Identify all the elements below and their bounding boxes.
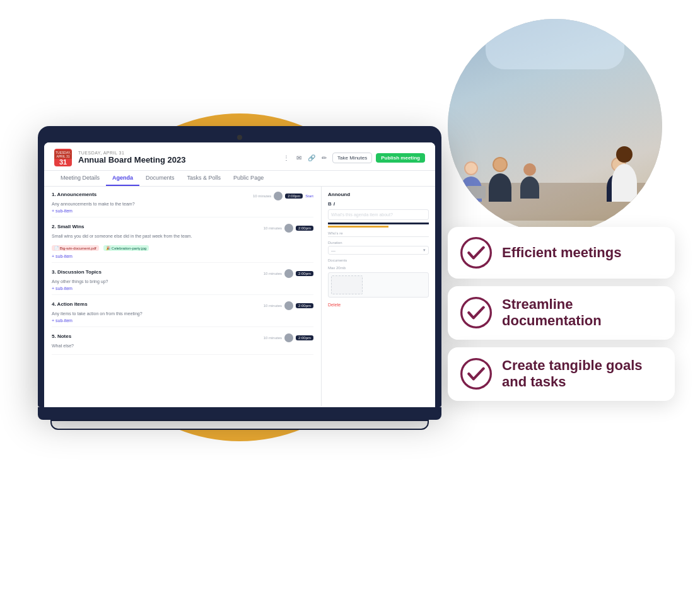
documents-box[interactable] xyxy=(328,272,429,298)
agenda-item-title: 1. Announcements xyxy=(52,192,96,197)
tab-tasks-polls[interactable]: Tasks & Polls xyxy=(181,171,228,186)
more-options-icon[interactable]: ⋮ xyxy=(282,153,291,162)
laptop-mockup: TUESDAY, APRIL 31 31 TUESDAY, APRIL 31 A… xyxy=(38,126,441,430)
avatar xyxy=(274,192,283,200)
check-icon-efficient xyxy=(460,237,492,269)
svg-point-0 xyxy=(462,238,491,268)
agenda-item-title: 5. Notes xyxy=(52,333,71,339)
start-label: Start xyxy=(305,194,313,198)
check-icon-goals xyxy=(460,358,492,390)
bold-button[interactable]: B xyxy=(328,201,332,207)
agenda-item-desc: What else? xyxy=(52,344,313,348)
time-badge: 2:00pm xyxy=(285,194,303,199)
webcam xyxy=(237,135,242,140)
meeting-date: TUESDAY, APRIL 31 xyxy=(78,151,185,155)
tab-meeting-details[interactable]: Meeting Details xyxy=(54,171,106,186)
time-badge: 2:00pm xyxy=(296,303,313,308)
field-label-responsible: Who's re xyxy=(328,231,429,235)
feature-card-create-tangible-goals: Create tangible goals and tasks xyxy=(448,347,675,401)
gold-accent-bar xyxy=(328,226,388,228)
agenda-item-desc: Any other things to bring up? xyxy=(52,279,313,284)
tab-agenda[interactable]: Agenda xyxy=(106,171,139,186)
sub-item-add[interactable]: + sub-item xyxy=(52,286,313,291)
agenda-item-duration: 10 minutes xyxy=(264,272,282,275)
agenda-item-duration: 10 minutes xyxy=(264,304,282,308)
meeting-title: Annual Board Meeting 2023 xyxy=(78,155,185,165)
tab-public-page[interactable]: Public Page xyxy=(227,171,270,186)
tab-documents[interactable]: Documents xyxy=(139,171,181,186)
field-label-duration: Duration xyxy=(328,241,429,245)
check-icon-streamline xyxy=(460,297,492,328)
take-minutes-button[interactable]: Take Minutes xyxy=(332,153,372,163)
duration-value: — xyxy=(331,248,335,253)
agenda-item-title: 2. Small Wins xyxy=(52,224,85,229)
app-content: 1. Announcements 10 minutes 2:00pm Start… xyxy=(44,187,435,406)
time-badge: 2:00pm xyxy=(296,335,313,340)
laptop-stand xyxy=(38,407,441,420)
field-label-documents: Documents xyxy=(328,258,429,262)
feature-card-efficient-meetings: Efficient meetings xyxy=(448,227,675,279)
app-header: TUESDAY, APRIL 31 31 TUESDAY, APRIL 31 A… xyxy=(44,142,435,171)
agenda-item: 1. Announcements 10 minutes 2:00pm Start… xyxy=(52,192,313,217)
agenda-item-duration: 10 minutes xyxy=(253,194,271,198)
feature-card-text: Create tangible goals and tasks xyxy=(502,357,662,391)
attachment[interactable]: 📄 Big-win-document.pdf xyxy=(52,245,99,251)
sub-item-add[interactable]: + sub-item xyxy=(52,209,313,213)
svg-point-2 xyxy=(462,359,491,389)
attachment[interactable]: 🎉 Celebration-party.jpg xyxy=(103,245,149,251)
agenda-item-title: 4. Action Items xyxy=(52,301,88,307)
agenda-item-desc: Small wins you did or someone else did i… xyxy=(52,234,313,238)
delete-link[interactable]: Delete xyxy=(328,303,429,307)
agenda-list: 1. Announcements 10 minutes 2:00pm Start… xyxy=(44,187,322,406)
svg-point-1 xyxy=(462,298,491,328)
description-input[interactable]: What's this agenda item about? xyxy=(328,209,429,220)
sub-item-add[interactable]: + sub-item xyxy=(52,318,313,323)
italic-button[interactable]: I xyxy=(334,201,335,207)
standing-person xyxy=(612,146,637,202)
time-badge: 2:00pm xyxy=(296,271,313,276)
agenda-item: 3. Discussion Topics 10 minutes 2:00pm A… xyxy=(52,269,313,295)
meeting-photo-circle xyxy=(448,19,662,233)
agenda-item-duration: 10 minutes xyxy=(264,336,282,340)
feature-card-text: Streamline documentation xyxy=(502,296,662,330)
app-screen: TUESDAY, APRIL 31 31 TUESDAY, APRIL 31 A… xyxy=(44,142,435,407)
agenda-item-desc: Any items to take action on from this me… xyxy=(52,311,313,316)
field-label-max-size: Max 20mb xyxy=(328,266,429,270)
agenda-item: 2. Small Wins 10 minutes 2:00pm Small wi… xyxy=(52,224,313,263)
calendar-icon: TUESDAY, APRIL 31 31 xyxy=(54,149,72,166)
publish-meeting-button[interactable]: Publish meeting xyxy=(376,153,425,163)
link-icon[interactable]: 🔗 xyxy=(307,153,316,162)
feature-card-text: Efficient meetings xyxy=(502,245,621,261)
dark-accent-bar xyxy=(328,223,429,224)
time-badge: 2:00pm xyxy=(296,226,313,231)
email-icon[interactable]: ✉ xyxy=(295,153,303,162)
avatar xyxy=(284,301,293,310)
feature-card-streamline-documentation: Streamline documentation xyxy=(448,286,675,340)
avatar xyxy=(284,224,293,233)
agenda-item-desc: Any announcements to make to the team? xyxy=(52,202,313,206)
calendar-day: 31 xyxy=(59,159,67,166)
app-nav: Meeting Details Agenda Documents Tasks &… xyxy=(44,171,435,187)
agenda-item-title: 3. Discussion Topics xyxy=(52,269,102,275)
duration-chevron[interactable]: ▾ xyxy=(423,248,426,253)
avatar xyxy=(284,269,293,278)
agenda-item-duration: 10 minutes xyxy=(264,226,282,230)
right-panel: Annound B I What's this agenda item abou… xyxy=(322,187,435,406)
right-panel-section: Annound xyxy=(328,192,429,197)
laptop-base xyxy=(50,420,429,430)
meeting-date-label: TUESDAY, APRIL 31 xyxy=(54,150,72,159)
sub-item-add[interactable]: + sub-item xyxy=(52,254,313,258)
feature-cards-container: Efficient meetings Streamline documentat… xyxy=(448,227,675,401)
avatar xyxy=(284,333,293,342)
agenda-item: 4. Action Items 10 minutes 2:00pm Any it… xyxy=(52,301,313,327)
agenda-item: 5. Notes 10 minutes 2:00pm What else? xyxy=(52,333,313,355)
edit-icon[interactable]: ✏ xyxy=(320,153,329,162)
